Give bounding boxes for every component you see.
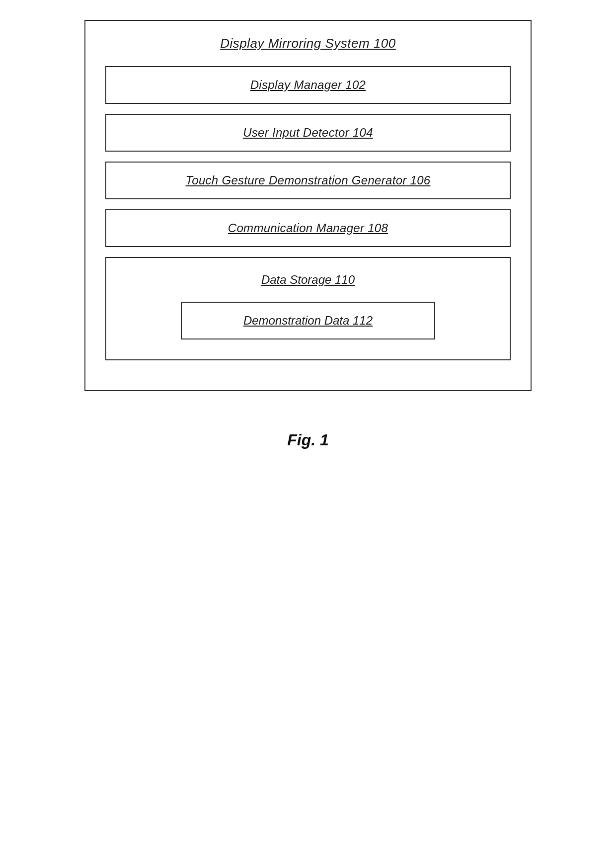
data-storage-title: Data Storage 110 (261, 273, 355, 287)
display-manager-label: Display Manager 102 (250, 78, 366, 91)
diagram-outer-container: Display Mirroring System 100 Display Man… (84, 20, 532, 391)
communication-manager-box: Communication Manager 108 (105, 209, 511, 247)
user-input-detector-box: User Input Detector 104 (105, 114, 511, 152)
demonstration-data-label: Demonstration Data 112 (243, 314, 373, 327)
display-manager-box: Display Manager 102 (105, 66, 511, 104)
demonstration-data-box: Demonstration Data 112 (181, 302, 435, 339)
figure-label: Fig. 1 (287, 431, 329, 449)
communication-manager-label: Communication Manager 108 (228, 221, 388, 235)
outer-system-title: Display Mirroring System 100 (220, 36, 396, 51)
data-storage-box: Data Storage 110 Demonstration Data 112 (105, 257, 511, 360)
outer-title-text: Display Mirroring System (220, 36, 374, 51)
user-input-detector-label: User Input Detector 104 (243, 126, 373, 139)
touch-gesture-box: Touch Gesture Demonstration Generator 10… (105, 162, 511, 199)
touch-gesture-label: Touch Gesture Demonstration Generator 10… (185, 173, 430, 187)
outer-title-number: 100 (374, 36, 396, 51)
